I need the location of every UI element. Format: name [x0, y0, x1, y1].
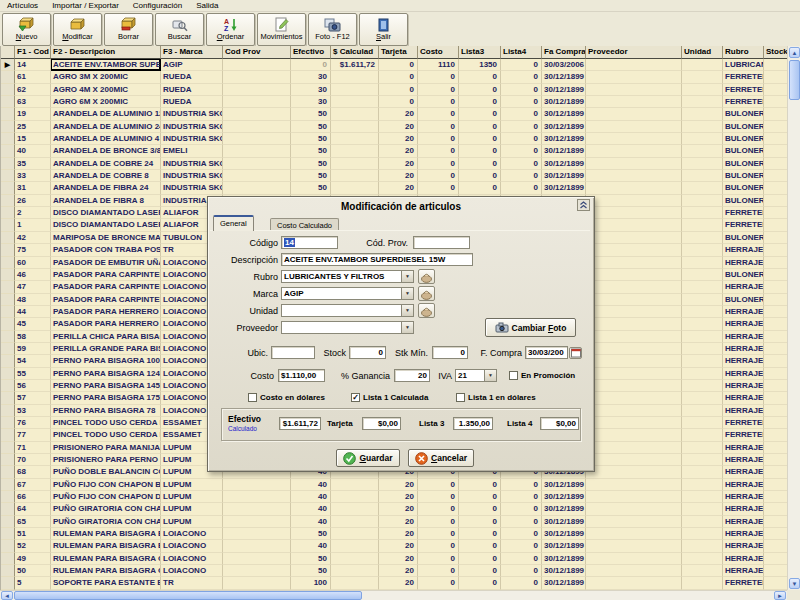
- grid-cell[interactable]: 30/12/1899: [542, 158, 586, 170]
- unidad-list-edit-button[interactable]: [418, 303, 435, 318]
- grid-cell[interactable]: ARANDELA DE BRONCE 3/8: [51, 145, 161, 157]
- grid-cell[interactable]: [682, 71, 723, 83]
- table-row[interactable]: ▶14ACEITE ENV.TAMBOR SUPERDIESEL 15WAGIP…: [1, 59, 787, 71]
- grid-cell[interactable]: FERRETERIA: [723, 417, 764, 429]
- grid-cell[interactable]: [764, 516, 787, 528]
- grid-cell[interactable]: 52: [15, 540, 51, 552]
- grid-cell[interactable]: [764, 479, 787, 491]
- grid-cell[interactable]: 5: [15, 577, 51, 589]
- grid-cell[interactable]: HERRAJES: [723, 405, 764, 417]
- grid-cell[interactable]: 20: [379, 121, 418, 133]
- grid-cell[interactable]: [764, 219, 787, 231]
- column-header-f2-descripcion[interactable]: F2 - Descripcion: [51, 46, 161, 59]
- grid-cell[interactable]: 0: [501, 479, 542, 491]
- grid-cell[interactable]: 26: [15, 195, 51, 207]
- column-header-lista3[interactable]: Lista3: [459, 46, 501, 59]
- grid-cell[interactable]: ACEITE ENV.TAMBOR SUPERDIESEL 15W: [51, 59, 161, 71]
- grid-cell[interactable]: [586, 158, 682, 170]
- grid-cell[interactable]: 0: [501, 565, 542, 577]
- grid-cell[interactable]: 0: [501, 71, 542, 83]
- grid-cell[interactable]: 20: [379, 565, 418, 577]
- grid-cell[interactable]: [586, 59, 682, 71]
- grid-cell[interactable]: [682, 269, 723, 281]
- grid-cell[interactable]: 0: [459, 96, 501, 108]
- column-header-f3-marca[interactable]: F3 - Marca: [161, 46, 223, 59]
- grid-cell[interactable]: [764, 108, 787, 120]
- grid-cell[interactable]: [331, 84, 379, 96]
- grid-cell[interactable]: 20: [379, 145, 418, 157]
- grid-cell[interactable]: [586, 133, 682, 145]
- guardar-button[interactable]: Guardar: [336, 449, 400, 467]
- grid-cell[interactable]: 20: [379, 540, 418, 552]
- grid-cell[interactable]: [331, 479, 379, 491]
- grid-cell[interactable]: LUPUM: [161, 491, 223, 503]
- unidad-select[interactable]: ▼: [281, 304, 414, 317]
- grid-cell[interactable]: [331, 170, 379, 182]
- grid-cell[interactable]: [682, 331, 723, 343]
- grid-cell[interactable]: ARANDELA DE COBRE 24: [51, 158, 161, 170]
- grid-cell[interactable]: [586, 331, 682, 343]
- grid-cell[interactable]: 2: [15, 207, 51, 219]
- grid-cell[interactable]: [331, 158, 379, 170]
- table-row[interactable]: 50RULEMAN PARA BISAGRA GFLOIACONO5020000…: [1, 565, 787, 577]
- grid-cell[interactable]: [764, 244, 787, 256]
- grid-cell[interactable]: [586, 355, 682, 367]
- table-row[interactable]: 66PUÑO FIJO CON CHAPON DOLUPUM402000030/…: [1, 491, 787, 503]
- grid-cell[interactable]: [331, 503, 379, 515]
- lista1-calculada-checkbox[interactable]: ✓: [351, 393, 360, 402]
- grid-cell[interactable]: 40: [291, 516, 331, 528]
- grid-cell[interactable]: 0: [418, 491, 459, 503]
- cod-prov-input[interactable]: [413, 236, 470, 249]
- chevron-down-icon[interactable]: ▼: [484, 370, 496, 381]
- grid-cell[interactable]: 0: [418, 170, 459, 182]
- grid-cell[interactable]: 0: [459, 503, 501, 515]
- grid-cell[interactable]: 30/12/1899: [542, 84, 586, 96]
- grid-cell[interactable]: HERRAJES: [723, 380, 764, 392]
- grid-cell[interactable]: [586, 540, 682, 552]
- grid-cell[interactable]: 0: [501, 133, 542, 145]
- grid-cell[interactable]: [331, 491, 379, 503]
- grid-cell[interactable]: PRISIONERO PARA PERNO F: [51, 454, 161, 466]
- table-row[interactable]: 15ARANDELA DE ALUMINIO 4INDUSTRIA SKC502…: [1, 133, 787, 145]
- grid-cell[interactable]: 0: [459, 540, 501, 552]
- grid-cell[interactable]: [586, 442, 682, 454]
- grid-cell[interactable]: 50: [291, 145, 331, 157]
- ordenar-button[interactable]: AZOrdenar: [206, 13, 255, 46]
- grid-cell[interactable]: ARANDELA DE COBRE 8: [51, 170, 161, 182]
- grid-cell[interactable]: [586, 108, 682, 120]
- grid-cell[interactable]: RUEDA: [161, 96, 223, 108]
- grid-cell[interactable]: [764, 380, 787, 392]
- grid-cell[interactable]: 75: [15, 244, 51, 256]
- grid-cell[interactable]: [223, 96, 291, 108]
- grid-cell[interactable]: 77: [15, 429, 51, 441]
- grid-cell[interactable]: SOPORTE PARA ESTANTE BI: [51, 577, 161, 589]
- grid-cell[interactable]: 67: [15, 479, 51, 491]
- grid-cell[interactable]: [682, 59, 723, 71]
- grid-cell[interactable]: [586, 281, 682, 293]
- grid-cell[interactable]: [223, 121, 291, 133]
- grid-cell[interactable]: 20: [379, 491, 418, 503]
- table-row[interactable]: 25ARANDELA DE ALUMINIO 24INDUSTRIA SKC50…: [1, 121, 787, 133]
- grid-cell[interactable]: [223, 158, 291, 170]
- grid-cell[interactable]: DISCO DIAMANTADO LASER: [51, 207, 161, 219]
- grid-cell[interactable]: 0: [459, 479, 501, 491]
- grid-cell[interactable]: BULONERIA: [723, 232, 764, 244]
- column-header-stock[interactable]: Stock: [764, 46, 787, 59]
- grid-cell[interactable]: HERRAJES: [723, 516, 764, 528]
- grid-cell[interactable]: 30/12/1899: [542, 577, 586, 589]
- grid-cell[interactable]: [223, 503, 291, 515]
- grid-cell[interactable]: 0: [501, 158, 542, 170]
- grid-cell[interactable]: RUEDA: [161, 84, 223, 96]
- grid-cell[interactable]: [586, 145, 682, 157]
- grid-cell[interactable]: BULONERIA: [723, 195, 764, 207]
- grid-cell[interactable]: [586, 195, 682, 207]
- grid-cell[interactable]: 30/12/1899: [542, 528, 586, 540]
- grid-cell[interactable]: 0: [501, 553, 542, 565]
- grid-cell[interactable]: 0: [501, 145, 542, 157]
- grid-cell[interactable]: 50: [291, 528, 331, 540]
- grid-cell[interactable]: 0: [418, 71, 459, 83]
- grid-cell[interactable]: [586, 479, 682, 491]
- grid-cell[interactable]: PUÑO FIJO CON CHAPON BR: [51, 479, 161, 491]
- grid-cell[interactable]: 30: [291, 96, 331, 108]
- grid-cell[interactable]: [764, 182, 787, 194]
